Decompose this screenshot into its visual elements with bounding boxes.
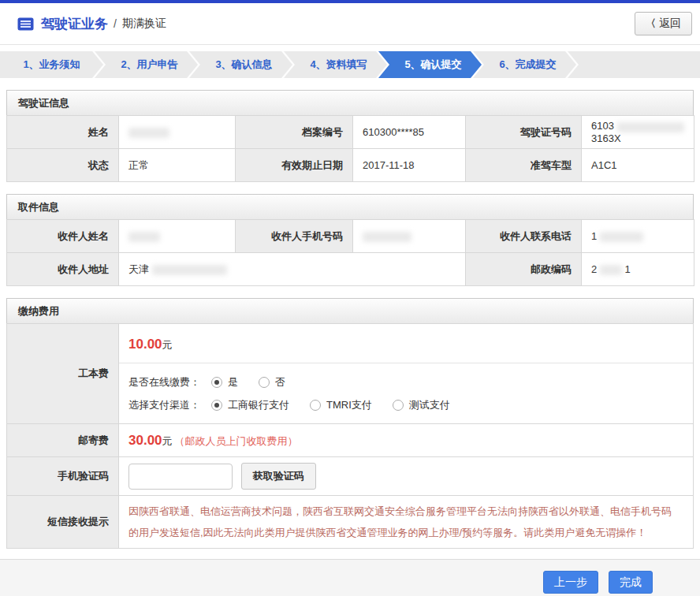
field-label: 手机验证码 bbox=[7, 457, 119, 496]
sms-notice-text: 因陕西省联通、电信运营商技术问题，陕西省互联网交通安全综合服务管理平台无法向持陕… bbox=[128, 496, 683, 548]
radio-checked-icon bbox=[211, 400, 222, 411]
redacted-value bbox=[600, 232, 643, 242]
radio-channel-icbc[interactable]: 工商银行支付 bbox=[211, 398, 289, 412]
redacted-value bbox=[152, 265, 227, 275]
table-row: 状态 正常 有效期止日期 2017-11-18 准驾车型 A1C1 bbox=[7, 149, 694, 182]
mail-fee-amount: 30.00 bbox=[128, 433, 162, 448]
field-label: 档案编号 bbox=[236, 116, 353, 149]
pickup-info-section: 取件信息 收件人姓名 收件人手机号码 收件人联系电话 1 收件人地址 天津 bbox=[6, 194, 694, 286]
step-4-fill-data[interactable]: 4、资料填写 bbox=[284, 51, 387, 78]
footer-action-bar: 上一步 完成 bbox=[0, 559, 700, 596]
previous-step-button[interactable]: 上一步 bbox=[543, 571, 598, 594]
pay-options: 是否在线缴费： 是 否 选择支付渠道： bbox=[119, 363, 693, 423]
radio-unchecked-icon bbox=[310, 400, 321, 411]
pay-channel-line: 选择支付渠道： 工商银行支付 TMRI支付 测试支付 bbox=[128, 398, 683, 412]
field-label: 驾驶证号码 bbox=[466, 116, 582, 149]
field-value: 2017-11-18 bbox=[353, 149, 466, 182]
field-label: 状态 bbox=[7, 149, 119, 182]
value-prefix: 6103 bbox=[591, 120, 614, 132]
mail-fee-note: （邮政人员上门收取费用） bbox=[175, 435, 298, 447]
online-pay-question: 是否在线缴费： bbox=[128, 375, 200, 389]
field-label: 收件人地址 bbox=[7, 253, 119, 286]
back-button-label: 返回 bbox=[659, 17, 681, 31]
sms-notice-cell: 因陕西省联通、电信运营商技术问题，陕西省互联网交通安全综合服务管理平台无法向持陕… bbox=[119, 496, 694, 549]
card-fee-unit: 元 bbox=[162, 339, 173, 351]
field-value: 正常 bbox=[119, 149, 236, 182]
breadcrumb-separator: / bbox=[114, 17, 117, 30]
field-value: 6103 3163X bbox=[582, 116, 694, 149]
license-info-section: 驾驶证信息 姓名 档案编号 610300****85 驾驶证号码 6103 31… bbox=[6, 90, 694, 182]
value-suffix: 1 bbox=[624, 263, 630, 275]
table-row: 手机验证码 获取验证码 bbox=[7, 457, 694, 496]
table-row: 短信接收提示 因陕西省联通、电信运营商技术问题，陕西省互联网交通安全综合服务管理… bbox=[7, 496, 694, 549]
field-label: 收件人联系电话 bbox=[466, 220, 582, 253]
redacted-value bbox=[617, 122, 684, 132]
step-6-finish-submit[interactable]: 6、完成提交 bbox=[473, 51, 576, 78]
payment-table: 工本费 10.00元 是否在线缴费： 是 bbox=[6, 323, 694, 549]
table-row: 邮寄费 30.00元（邮政人员上门收取费用） bbox=[7, 424, 694, 457]
mail-fee-unit: 元 bbox=[162, 435, 173, 447]
field-label: 短信接收提示 bbox=[7, 496, 119, 549]
field-value: 1 bbox=[582, 220, 694, 253]
radio-checked-icon bbox=[211, 377, 222, 388]
table-row: 姓名 档案编号 610300****85 驾驶证号码 6103 3163X bbox=[7, 116, 694, 149]
payment-section: 缴纳费用 工本费 10.00元 是否在线缴费： 是 bbox=[6, 298, 694, 549]
chevron-left-icon: 〈 bbox=[646, 17, 656, 31]
redacted-value bbox=[600, 265, 622, 275]
step-2-declaration[interactable]: 2、用户申告 bbox=[95, 51, 198, 78]
field-value: A1C1 bbox=[582, 149, 694, 182]
get-code-button[interactable]: 获取验证码 bbox=[241, 463, 316, 490]
radio-online-no[interactable]: 否 bbox=[259, 375, 285, 389]
radio-online-yes[interactable]: 是 bbox=[211, 375, 238, 389]
value-prefix: 2 bbox=[591, 263, 597, 275]
radio-label: 是 bbox=[228, 375, 238, 389]
main-content: 驾驶证信息 姓名 档案编号 610300****85 驾驶证号码 6103 31… bbox=[0, 90, 700, 549]
radio-channel-test[interactable]: 测试支付 bbox=[393, 398, 450, 412]
radio-label: 测试支付 bbox=[409, 398, 450, 412]
pickup-section-title: 取件信息 bbox=[6, 194, 694, 220]
step-3-confirm-info[interactable]: 3、确认信息 bbox=[189, 51, 292, 78]
pickup-info-table: 收件人姓名 收件人手机号码 收件人联系电话 1 收件人地址 天津 邮政编码 2 bbox=[6, 219, 694, 286]
card-fee-cell: 10.00元 是否在线缴费： 是 否 bbox=[119, 324, 694, 424]
field-value bbox=[353, 220, 466, 253]
radio-unchecked-icon bbox=[393, 400, 404, 411]
value-prefix: 天津 bbox=[128, 263, 149, 275]
value-suffix: 3163X bbox=[591, 132, 621, 144]
pay-channel-question: 选择支付渠道： bbox=[128, 398, 200, 412]
mail-fee-cell: 30.00元（邮政人员上门收取费用） bbox=[119, 424, 694, 457]
field-label: 收件人手机号码 bbox=[236, 220, 353, 253]
redacted-value bbox=[363, 232, 411, 242]
value-prefix: 1 bbox=[591, 230, 597, 242]
list-icon bbox=[17, 17, 34, 31]
table-row: 工本费 10.00元 是否在线缴费： 是 bbox=[7, 324, 694, 424]
radio-label: TMRI支付 bbox=[326, 398, 372, 412]
field-value bbox=[119, 220, 236, 253]
field-value: 610300****85 bbox=[353, 116, 466, 149]
field-label: 邮寄费 bbox=[7, 424, 119, 457]
page-title: 驾驶证业务 bbox=[41, 15, 108, 33]
redacted-value bbox=[128, 128, 169, 138]
step-bar-filler bbox=[568, 51, 700, 78]
radio-label: 否 bbox=[275, 375, 285, 389]
finish-button[interactable]: 完成 bbox=[609, 571, 653, 594]
table-row: 收件人地址 天津 邮政编码 2 1 bbox=[7, 253, 694, 286]
page-header: 驾驶证业务 / 期满换证 〈 返回 bbox=[0, 3, 700, 45]
payment-section-title: 缴纳费用 bbox=[6, 298, 694, 324]
breadcrumb-current: 期满换证 bbox=[122, 17, 166, 31]
radio-unchecked-icon bbox=[259, 377, 270, 388]
sms-code-input[interactable] bbox=[128, 464, 233, 490]
step-1-notice[interactable]: 1、业务须知 bbox=[0, 51, 103, 78]
field-value bbox=[119, 116, 236, 149]
step-5-confirm-submit[interactable]: 5、确认提交 bbox=[378, 51, 482, 78]
field-label: 邮政编码 bbox=[466, 253, 582, 286]
field-label: 工本费 bbox=[7, 324, 119, 424]
card-fee-amount: 10.00 bbox=[128, 337, 162, 352]
table-row: 收件人姓名 收件人手机号码 收件人联系电话 1 bbox=[7, 220, 694, 253]
card-fee-amount-row: 10.00元 bbox=[119, 324, 693, 363]
back-button[interactable]: 〈 返回 bbox=[635, 12, 692, 35]
radio-channel-tmri[interactable]: TMRI支付 bbox=[310, 398, 372, 412]
redacted-value bbox=[128, 232, 160, 242]
field-label: 准驾车型 bbox=[466, 149, 582, 182]
field-value: 天津 bbox=[119, 253, 466, 286]
sms-code-cell: 获取验证码 bbox=[119, 457, 694, 496]
